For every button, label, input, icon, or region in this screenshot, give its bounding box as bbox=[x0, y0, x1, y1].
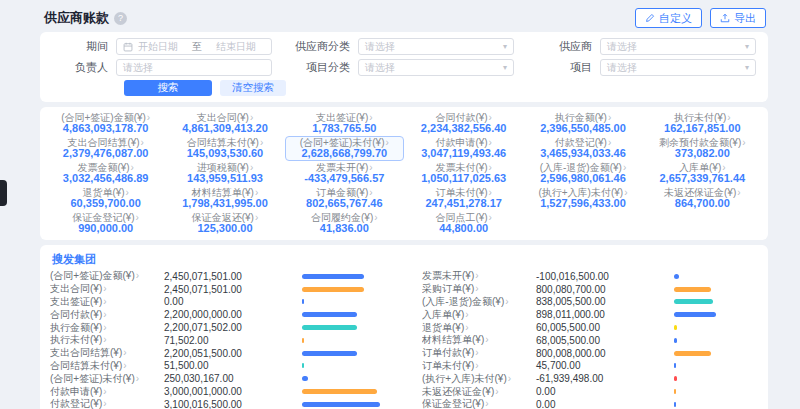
metric-bar-fill bbox=[674, 312, 716, 317]
metric-bar bbox=[674, 312, 758, 317]
detail-row: 材料结算单(¥)›68,005,500.00 bbox=[422, 334, 758, 347]
stat-value: 864,700.00 bbox=[644, 198, 761, 210]
chevron-right-icon: › bbox=[737, 187, 740, 198]
filter-field: 项目请选择▾ bbox=[536, 59, 756, 76]
detail-metric-value: 0.00 bbox=[536, 386, 674, 397]
stat-value: 125,300.00 bbox=[166, 223, 283, 235]
stat-cell[interactable]: (合同+签证)未付(¥)›2,628,668,799.70 bbox=[285, 136, 404, 161]
metric-bar bbox=[302, 351, 386, 356]
chevron-down-icon: ▾ bbox=[503, 42, 507, 51]
detail-columns: (合同+签证)金额(¥)›2,450,071,501.00支出合同(¥)›2,4… bbox=[50, 270, 758, 409]
stat-value: 3,465,934,033.46 bbox=[524, 148, 641, 160]
filter-input[interactable]: 请选择 bbox=[116, 59, 272, 76]
filter-field: 项目分类请选择▾ bbox=[294, 59, 514, 76]
chevron-right-icon: › bbox=[742, 137, 745, 148]
stat-cell[interactable]: 保证金登记(¥)›990,000.00 bbox=[46, 211, 165, 236]
stat-cell[interactable]: 合同结算未付(¥)›145,093,530.60 bbox=[165, 136, 284, 161]
stat-cell[interactable]: 订单金额(¥)›802,665,767.46 bbox=[285, 186, 404, 211]
detail-metric-value: 68,005,500.00 bbox=[536, 335, 674, 346]
stat-cell[interactable]: 材料结算单(¥)›1,798,431,995.00 bbox=[165, 186, 284, 211]
metric-bar-fill bbox=[302, 312, 357, 317]
drawer-handle[interactable] bbox=[0, 180, 7, 206]
chevron-right-icon: › bbox=[123, 360, 126, 371]
detail-metric-value: 800,008,000.00 bbox=[536, 348, 674, 359]
chevron-right-icon: › bbox=[103, 283, 106, 294]
customize-button[interactable]: 自定义 bbox=[635, 8, 702, 28]
metric-bar bbox=[302, 389, 386, 394]
stat-cell[interactable]: 进项税额(¥)›143,959,511.93 bbox=[165, 161, 284, 186]
stat-cell[interactable]: 付款登记(¥)›3,465,934,033.46 bbox=[523, 136, 642, 161]
stat-cell[interactable]: 退货单(¥)›60,359,700.00 bbox=[46, 186, 165, 211]
detail-row: 发票未开(¥)›-100,016,500.00 bbox=[422, 270, 758, 283]
metric-bar bbox=[302, 376, 386, 381]
stat-cell[interactable]: 执行金额(¥)›2,396,550,485.00 bbox=[523, 111, 642, 136]
filter-select[interactable]: 请选择▾ bbox=[358, 59, 514, 76]
stat-cell[interactable]: 发票未付(¥)›1,050,117,025.63 bbox=[404, 161, 523, 186]
stat-cell[interactable]: 合同付款(¥)›2,234,382,556.40 bbox=[404, 111, 523, 136]
stat-cell[interactable]: 付款申请(¥)›3,047,119,493.46 bbox=[404, 136, 523, 161]
filter-row: 期间开始日期至结束日期供应商分类请选择▾供应商请选择▾ bbox=[52, 38, 756, 55]
help-icon[interactable]: ? bbox=[114, 12, 127, 25]
metric-bar bbox=[302, 402, 386, 407]
stat-cell[interactable]: 保证金返还(¥)›125,300.00 bbox=[165, 211, 284, 236]
stats-panel: (合同+签证)金额(¥)›4,863,093,178.70支出合同(¥)›4,8… bbox=[40, 107, 768, 240]
chevron-right-icon: › bbox=[136, 373, 139, 384]
stat-cell[interactable]: 执行未付(¥)›162,167,851.00 bbox=[643, 111, 762, 136]
stat-cell[interactable]: 支出合同(¥)›4,861,309,413.20 bbox=[165, 111, 284, 136]
stat-value: 2,628,668,799.70 bbox=[286, 148, 403, 160]
detail-metric-label[interactable]: 付款登记(¥)› bbox=[50, 397, 164, 409]
metric-bar bbox=[674, 325, 758, 330]
stat-cell[interactable]: 入库单(¥)›2,657,339,761.44 bbox=[643, 161, 762, 186]
stat-cell[interactable]: 支出合同结算(¥)›2,379,476,087.00 bbox=[46, 136, 165, 161]
stat-value: 143,959,511.93 bbox=[166, 173, 283, 185]
placeholder-text: 请选择 bbox=[123, 61, 153, 75]
detail-row: 执行未付(¥)›71,502.00 bbox=[50, 334, 386, 347]
stat-cell[interactable]: (合同+签证)金额(¥)›4,863,093,178.70 bbox=[46, 111, 165, 136]
metric-bar bbox=[674, 351, 758, 356]
stat-cell[interactable]: (入库-退货)金额(¥)›2,596,980,061.46 bbox=[523, 161, 642, 186]
metric-bar bbox=[302, 338, 386, 343]
filter-label: 供应商分类 bbox=[294, 39, 358, 54]
search-button[interactable]: 搜索 bbox=[124, 80, 212, 96]
metric-bar bbox=[302, 299, 386, 304]
chevron-right-icon: › bbox=[103, 296, 106, 307]
stat-cell[interactable]: 剩余预付款金额(¥)›373,082.00 bbox=[643, 136, 762, 161]
stat-cell[interactable]: 订单未付(¥)›247,451,278.17 bbox=[404, 186, 523, 211]
metric-bar bbox=[674, 402, 758, 407]
page-title: 供应商账款 bbox=[44, 9, 109, 27]
calendar-icon bbox=[123, 42, 133, 52]
stat-value: 41,836.00 bbox=[286, 223, 403, 235]
detail-panel: 搜发集团 (合同+签证)金额(¥)›2,450,071,501.00支出合同(¥… bbox=[40, 245, 768, 409]
metric-bar bbox=[674, 274, 758, 279]
chevron-right-icon: › bbox=[485, 398, 488, 409]
filter-select[interactable]: 请选择▾ bbox=[600, 59, 756, 76]
clear-search-button[interactable]: 清空搜索 bbox=[220, 80, 286, 96]
period-date-range-input[interactable]: 开始日期至结束日期 bbox=[116, 38, 272, 55]
metric-bar bbox=[674, 376, 758, 381]
filter-label: 负责人 bbox=[52, 60, 116, 75]
filter-select[interactable]: 请选择▾ bbox=[358, 38, 514, 55]
metric-bar bbox=[302, 312, 386, 317]
metric-bar-fill bbox=[674, 325, 677, 330]
export-button[interactable]: 导出 bbox=[710, 8, 766, 28]
stat-cell[interactable]: 支出签证(¥)›1,783,765.50 bbox=[285, 111, 404, 136]
chevron-right-icon: › bbox=[103, 398, 106, 409]
stat-cell[interactable]: (执行+入库)未付(¥)›1,527,596,433.00 bbox=[523, 186, 642, 211]
filter-select[interactable]: 请选择▾ bbox=[600, 38, 756, 55]
detail-metric-value: 3,100,016,500.00 bbox=[164, 399, 302, 409]
stat-cell[interactable]: 发票未开(¥)›-433,479,566.57 bbox=[285, 161, 404, 186]
group-name-link[interactable]: 搜发集团 bbox=[50, 250, 96, 270]
detail-metric-value: 45,700.00 bbox=[536, 360, 674, 371]
stats-row: 退货单(¥)›60,359,700.00材料结算单(¥)›1,798,431,9… bbox=[46, 186, 762, 211]
stat-cell[interactable]: 发票金额(¥)›3,032,456,486.89 bbox=[46, 161, 165, 186]
detail-row: 执行金额(¥)›2,200,071,502.00 bbox=[50, 321, 386, 334]
stat-cell[interactable]: 未返还保证金(¥)›864,700.00 bbox=[643, 186, 762, 211]
detail-metric-label[interactable]: 保证金登记(¥)› bbox=[422, 397, 536, 409]
detail-row: (合同+签证)未付(¥)›250,030,167.00 bbox=[50, 372, 386, 385]
stat-value: 162,167,851.00 bbox=[644, 123, 761, 135]
stat-cell[interactable]: 合同点工(¥)›44,800.00 bbox=[404, 211, 523, 236]
chevron-right-icon: › bbox=[374, 212, 377, 223]
stat-value: 2,596,980,061.46 bbox=[524, 173, 641, 185]
stat-cell[interactable]: 合同履约金(¥)›41,836.00 bbox=[285, 211, 404, 236]
detail-row: (执行+入库)未付(¥)›-61,939,498.00 bbox=[422, 372, 758, 385]
